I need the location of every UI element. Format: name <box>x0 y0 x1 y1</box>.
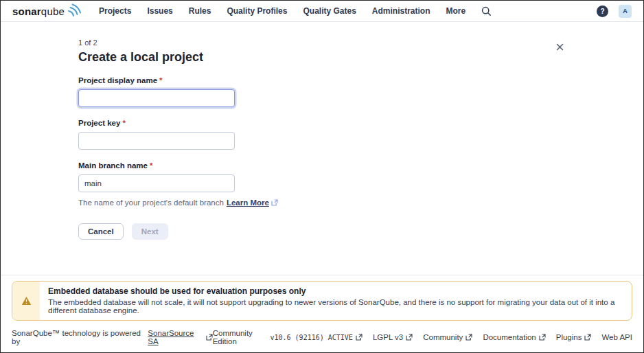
sonarqube-logo[interactable]: sonar qube <box>12 5 81 17</box>
close-icon <box>556 43 564 51</box>
project-key-input[interactable] <box>78 132 235 150</box>
nav-item-projects[interactable]: Projects <box>99 6 131 16</box>
web-api-link[interactable]: Web API <box>601 333 632 341</box>
learn-more-label: Learn More <box>227 198 269 207</box>
warning-icon <box>21 296 32 306</box>
bottom-section: Embedded database should be used for eva… <box>1 275 643 352</box>
web-api-label: Web API <box>601 333 632 341</box>
field-main-branch-name: Main branch name* The name of your proje… <box>78 161 643 207</box>
field-project-key: Project key* <box>78 119 643 150</box>
helper-text: The name of your project's default branc… <box>78 198 224 207</box>
nav-item-rules[interactable]: Rules <box>189 6 211 16</box>
required-asterisk: * <box>159 76 162 84</box>
logo-text-bold: sonar <box>12 5 41 17</box>
sonarsource-label: SonarSource SA <box>148 329 203 345</box>
footer-meta: Community Edition v10.6 (92116) ACTIVE L… <box>213 329 632 345</box>
required-asterisk: * <box>122 119 125 127</box>
sonarqube-wave-icon <box>66 3 81 16</box>
project-key-label: Project key* <box>78 119 643 127</box>
footer-powered-by: SonarQube™ technology is powered by Sona… <box>12 329 213 345</box>
label-text: Project display name <box>78 76 157 84</box>
warning-icon-column <box>12 282 40 320</box>
branch-helper-text: The name of your project's default branc… <box>78 198 643 207</box>
sonarsource-link[interactable]: SonarSource SA <box>148 329 212 345</box>
help-button[interactable]: ? <box>597 5 608 17</box>
version-link[interactable]: v10.6 (92116) ACTIVE <box>270 334 362 341</box>
project-display-name-input[interactable] <box>78 89 235 107</box>
main-navigation: Projects Issues Rules Quality Profiles Q… <box>99 6 465 16</box>
external-link-icon <box>206 334 213 341</box>
plugins-link[interactable]: Plugins <box>556 333 592 341</box>
external-link-icon <box>406 334 413 341</box>
version-text: v10.6 (92116) ACTIVE <box>270 334 352 341</box>
warning-title: Embedded database should be used for eva… <box>48 286 623 296</box>
nav-item-quality-gates[interactable]: Quality Gates <box>303 6 356 16</box>
plugins-label: Plugins <box>556 333 582 341</box>
required-asterisk: * <box>150 161 152 170</box>
license-label: LGPL v3 <box>373 333 403 341</box>
powered-by-text: SonarQube™ technology is powered by <box>12 329 145 345</box>
main-branch-name-label: Main branch name* <box>78 161 643 170</box>
external-link-icon <box>271 199 278 206</box>
nav-item-quality-profiles[interactable]: Quality Profiles <box>227 6 287 16</box>
community-label: Community <box>423 333 463 341</box>
cancel-button[interactable]: Cancel <box>78 223 124 240</box>
external-link-icon <box>539 334 546 341</box>
warning-banner-body: Embedded database should be used for eva… <box>40 282 632 320</box>
external-link-icon <box>356 334 363 341</box>
create-project-panel: 1 of 2 Create a local project Project di… <box>1 22 643 289</box>
nav-item-issues[interactable]: Issues <box>147 6 172 16</box>
form-actions: Cancel Next <box>78 223 643 240</box>
edition-label: Community Edition <box>213 329 260 345</box>
project-display-name-label: Project display name* <box>78 76 643 84</box>
logo-text-light: qube <box>41 5 65 17</box>
next-button[interactable]: Next <box>132 223 168 240</box>
page-footer: SonarQube™ technology is powered by Sona… <box>12 327 632 345</box>
label-text: Project key <box>78 119 120 127</box>
nav-item-administration[interactable]: Administration <box>372 6 430 16</box>
page-title: Create a local project <box>78 50 643 65</box>
field-project-display-name: Project display name* <box>78 76 643 107</box>
close-button[interactable] <box>556 43 564 51</box>
label-text: Main branch name <box>78 161 148 170</box>
navbar-right-actions: ? A <box>597 5 632 18</box>
warning-message: The embedded database will not scale, it… <box>48 298 623 315</box>
nav-item-more[interactable]: More <box>446 6 466 16</box>
user-avatar[interactable]: A <box>619 5 632 18</box>
avatar-initial: A <box>623 8 628 14</box>
embedded-database-warning-banner: Embedded database should be used for eva… <box>12 281 632 321</box>
help-icon: ? <box>600 8 604 15</box>
sonarqube-window: sonar qube Projects Issues Rules Quality… <box>0 0 644 353</box>
search-button[interactable] <box>481 6 492 16</box>
documentation-label: Documentation <box>483 333 536 341</box>
main-branch-name-input[interactable] <box>78 174 235 192</box>
search-icon <box>481 6 492 16</box>
license-link[interactable]: LGPL v3 <box>373 333 413 341</box>
external-link-icon <box>465 334 472 341</box>
top-navbar: sonar qube Projects Issues Rules Quality… <box>1 1 643 22</box>
learn-more-link[interactable]: Learn More <box>227 198 278 207</box>
documentation-link[interactable]: Documentation <box>483 333 545 341</box>
external-link-icon <box>584 334 591 341</box>
community-link[interactable]: Community <box>423 333 472 341</box>
